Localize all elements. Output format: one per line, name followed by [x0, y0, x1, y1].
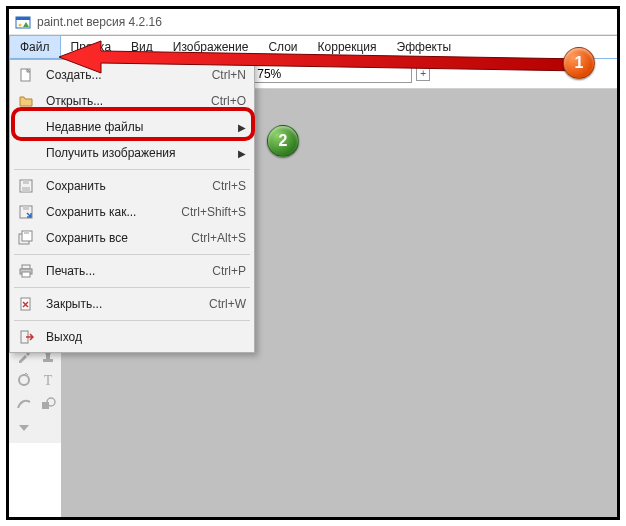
- menu-item-saveall[interactable]: Сохранить все Ctrl+Alt+S: [12, 225, 252, 251]
- app-window: paint.net версия 4.2.16 Файл Правка Вид …: [6, 6, 620, 520]
- svg-rect-33: [22, 265, 30, 269]
- svg-point-2: [19, 23, 22, 26]
- print-icon: [16, 261, 36, 281]
- menu-separator: [14, 320, 250, 321]
- svg-rect-32: [24, 231, 29, 234]
- save-icon: [16, 176, 36, 196]
- menu-item-open[interactable]: Открыть... Ctrl+O: [12, 88, 252, 114]
- menu-item-print[interactable]: Печать... Ctrl+P: [12, 258, 252, 284]
- app-icon: [15, 14, 31, 30]
- tool-palette: T: [9, 341, 61, 443]
- menu-item-save[interactable]: Сохранить Ctrl+S: [12, 173, 252, 199]
- titlebar: paint.net версия 4.2.16: [9, 9, 617, 35]
- menu-item-label: Выход: [46, 330, 246, 344]
- svg-rect-35: [22, 272, 30, 277]
- menu-effects[interactable]: Эффекты: [387, 36, 462, 58]
- menu-item-close[interactable]: Закрыть... Ctrl+W: [12, 291, 252, 317]
- blank-icon: [16, 143, 36, 163]
- menu-item-shortcut: Ctrl+N: [212, 68, 246, 82]
- stiffness-input[interactable]: [252, 65, 412, 83]
- menubar: Файл Правка Вид Изображение Слои Коррекц…: [9, 35, 617, 59]
- tool-line-icon[interactable]: [13, 393, 35, 415]
- menu-view[interactable]: Вид: [121, 36, 163, 58]
- svg-rect-27: [22, 187, 30, 192]
- menu-item-acquire[interactable]: Получить изображения ▶: [12, 140, 252, 166]
- svg-rect-1: [16, 17, 30, 20]
- badge-label: 1: [575, 54, 584, 72]
- stiffness-plus-button[interactable]: +: [416, 67, 430, 81]
- menu-item-label: Сохранить как...: [46, 205, 173, 219]
- new-file-icon: [16, 65, 36, 85]
- open-folder-icon: [16, 91, 36, 111]
- badge-label: 2: [279, 132, 288, 150]
- menu-edit[interactable]: Правка: [61, 36, 122, 58]
- tool-text-icon[interactable]: T: [37, 369, 59, 391]
- window-title: paint.net версия 4.2.16: [37, 15, 162, 29]
- exit-icon: [16, 327, 36, 347]
- submenu-arrow-icon: ▶: [238, 122, 246, 133]
- svg-rect-17: [43, 359, 53, 362]
- menu-item-label: Недавние файлы: [46, 120, 230, 134]
- annotation-badge-2: 2: [267, 125, 299, 157]
- menu-item-label: Сохранить все: [46, 231, 183, 245]
- menu-item-saveas[interactable]: Сохранить как... Ctrl+Shift+S: [12, 199, 252, 225]
- blank-icon: [16, 117, 36, 137]
- menu-item-label: Создать...: [46, 68, 204, 82]
- menu-item-shortcut: Ctrl+Alt+S: [191, 231, 246, 245]
- menu-separator: [14, 254, 250, 255]
- menu-item-label: Закрыть...: [46, 297, 201, 311]
- menu-item-shortcut: Ctrl+W: [209, 297, 246, 311]
- tool-recolor-icon[interactable]: [13, 369, 35, 391]
- menu-item-shortcut: Ctrl+Shift+S: [181, 205, 246, 219]
- menu-item-shortcut: Ctrl+S: [212, 179, 246, 193]
- file-dropdown: Создать... Ctrl+N Открыть... Ctrl+O Неда…: [9, 59, 255, 353]
- menu-item-shortcut: Ctrl+P: [212, 264, 246, 278]
- menu-item-recent[interactable]: Недавние файлы ▶: [12, 114, 252, 140]
- menu-image[interactable]: Изображение: [163, 36, 259, 58]
- annotation-badge-1: 1: [563, 47, 595, 79]
- menu-item-label: Получить изображения: [46, 146, 230, 160]
- menu-file[interactable]: Файл: [9, 36, 61, 58]
- tool-shapes-icon[interactable]: [37, 393, 59, 415]
- menu-item-label: Сохранить: [46, 179, 204, 193]
- svg-text:T: T: [44, 373, 53, 388]
- menu-layers[interactable]: Слои: [258, 36, 307, 58]
- menu-item-label: Открыть...: [46, 94, 203, 108]
- svg-point-20: [19, 375, 29, 385]
- menu-item-shortcut: Ctrl+O: [211, 94, 246, 108]
- menu-item-new[interactable]: Создать... Ctrl+N: [12, 62, 252, 88]
- menu-separator: [14, 287, 250, 288]
- close-icon: [16, 294, 36, 314]
- svg-rect-29: [23, 206, 29, 210]
- save-as-icon: [16, 202, 36, 222]
- menu-adjust[interactable]: Коррекция: [308, 36, 387, 58]
- save-all-icon: [16, 228, 36, 248]
- tool-dropdown-icon[interactable]: [13, 417, 35, 439]
- menu-item-label: Печать...: [46, 264, 204, 278]
- menu-separator: [14, 169, 250, 170]
- submenu-arrow-icon: ▶: [238, 148, 246, 159]
- menu-item-exit[interactable]: Выход: [12, 324, 252, 350]
- svg-rect-26: [23, 180, 29, 184]
